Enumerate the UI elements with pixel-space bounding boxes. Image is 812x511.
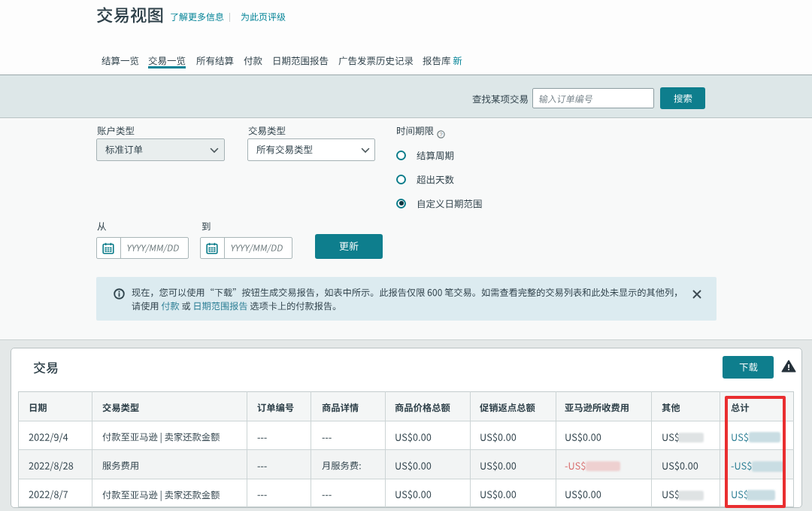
svg-text:?: ?	[439, 131, 442, 138]
